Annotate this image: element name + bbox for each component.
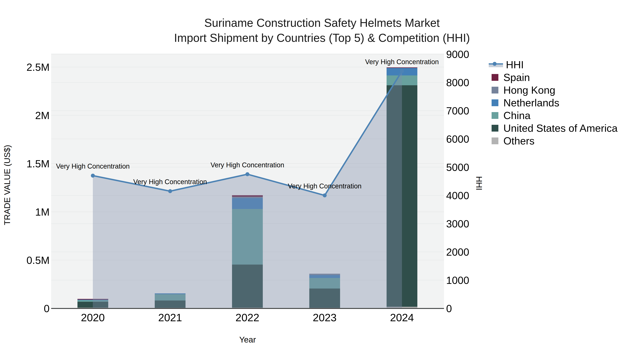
legend-item-hhi[interactable]: HHI: [492, 58, 618, 71]
gridline-hhi-8000: [51, 82, 444, 83]
y-right-tick-9000: 9000: [446, 48, 469, 60]
y-right-tick-2000: 2000: [446, 246, 469, 258]
y-right-tick-7000: 7000: [446, 105, 469, 117]
y-right-tick-4000: 4000: [446, 189, 469, 201]
bar-united-states-of-america-2024[interactable]: [386, 85, 417, 307]
y-right-tick-3000: 3000: [446, 218, 469, 230]
netherlands-swatch-icon: [492, 99, 498, 106]
hhi-point-2021[interactable]: [168, 189, 172, 193]
legend-item-others[interactable]: Others: [492, 134, 618, 147]
hhi-annotation-2020: Very High Concentration: [56, 162, 130, 170]
right-axis-title: HHI: [474, 176, 484, 190]
legend-item-netherlands[interactable]: Netherlands: [492, 96, 618, 109]
bar-spain-2022[interactable]: [232, 195, 263, 197]
y-left-tick-2M: 2M: [35, 109, 50, 121]
x-tick-2022: 2022: [236, 311, 259, 324]
y-left-tick-1.5M: 1.5M: [26, 158, 50, 170]
hhi-annotation-2021: Very High Concentration: [133, 178, 207, 186]
x-tick-2021: 2021: [158, 311, 182, 324]
y-right-tick-5000: 5000: [446, 161, 469, 173]
y-right-tick-6000: 6000: [446, 133, 469, 145]
legend-label-united-states-of-america: United States of America: [504, 122, 618, 134]
gridline-hhi-9000: [51, 54, 444, 54]
legend-label-netherlands: Netherlands: [504, 97, 560, 109]
hhi-annotation-2022: Very High Concentration: [210, 161, 284, 169]
y-left-tick-0.5M: 0.5M: [26, 254, 50, 266]
united-states-of-america-swatch-icon: [492, 125, 498, 132]
chart-title: Suriname Construction Safety Helmets Mar…: [0, 15, 644, 30]
china-swatch-icon: [492, 112, 498, 119]
x-axis-line: [51, 308, 444, 309]
x-axis-title: Year: [239, 335, 256, 345]
x-tick-2024: 2024: [390, 311, 414, 324]
y-right-tick-1000: 1000: [446, 274, 469, 286]
bar-netherlands-2023[interactable]: [309, 275, 340, 278]
hhi-annotation-2024: Very High Concentration: [365, 58, 439, 66]
bar-united-states-of-america-2020[interactable]: [78, 302, 108, 308]
legend: HHISpainHong KongNetherlandsChinaUnited …: [492, 58, 618, 147]
bar-hong-kong-2023[interactable]: [309, 274, 340, 275]
hhi-point-2022[interactable]: [246, 172, 249, 176]
gridline-hhi-6000: [51, 139, 444, 139]
legend-item-spain[interactable]: Spain: [492, 71, 618, 84]
x-tick-2023: 2023: [313, 311, 336, 324]
bar-china-2020[interactable]: [78, 300, 108, 302]
hhi-line-legend-icon: [489, 61, 503, 68]
y-left-tick-0: 0: [44, 303, 50, 315]
hhi-annotation-2023: Very High Concentration: [288, 182, 362, 190]
hhi-legend-dot: [493, 62, 496, 66]
y-left-tick-1M: 1M: [35, 206, 50, 218]
bar-netherlands-2022[interactable]: [232, 198, 263, 209]
x-tick-2020: 2020: [81, 311, 105, 324]
gridline-trade-2M: [51, 115, 444, 115]
hong-kong-swatch-icon: [492, 87, 498, 93]
others-swatch-icon: [492, 137, 498, 144]
gridline-hhi-7000: [51, 110, 444, 111]
legend-label-spain: Spain: [504, 71, 530, 83]
bar-netherlands-2020[interactable]: [78, 300, 108, 300]
chart-subtitle: Import Shipment by Countries (Top 5) & C…: [0, 30, 644, 45]
legend-label-china: China: [504, 109, 530, 121]
legend-item-united-states-of-america[interactable]: United States of America: [492, 122, 618, 134]
y-left-tick-2.5M: 2.5M: [26, 61, 50, 73]
bar-netherlands-2021[interactable]: [155, 293, 186, 294]
bar-china-2023[interactable]: [309, 278, 340, 289]
legend-item-china[interactable]: China: [492, 109, 618, 122]
bar-china-2022[interactable]: [232, 209, 263, 265]
bar-spain-2020[interactable]: [78, 299, 108, 300]
legend-item-hong-kong[interactable]: Hong Kong: [492, 84, 618, 96]
hhi-point-2020[interactable]: [91, 174, 95, 178]
bar-spain-2024[interactable]: [386, 67, 417, 68]
hhi-point-2024[interactable]: [400, 69, 404, 73]
hhi-point-2023[interactable]: [323, 193, 327, 197]
legend-label-hhi: HHI: [506, 59, 524, 71]
bar-united-states-of-america-2023[interactable]: [309, 289, 340, 308]
y-right-tick-0: 0: [446, 303, 452, 315]
y-right-tick-8000: 8000: [446, 76, 469, 88]
chart-figure: Suriname Construction Safety Helmets Mar…: [0, 0, 644, 362]
bar-united-states-of-america-2021[interactable]: [155, 301, 186, 308]
spain-swatch-icon: [492, 74, 498, 81]
bar-united-states-of-america-2022[interactable]: [232, 265, 263, 308]
legend-label-others: Others: [504, 135, 534, 147]
bar-hong-kong-2022[interactable]: [232, 197, 263, 198]
legend-label-hong-kong: Hong Kong: [504, 84, 555, 96]
bar-china-2024[interactable]: [386, 75, 417, 85]
bar-china-2021[interactable]: [155, 294, 186, 301]
gridline-trade-2.5M: [51, 67, 444, 67]
left-axis-title: TRADE VALUE (US$): [2, 145, 12, 225]
